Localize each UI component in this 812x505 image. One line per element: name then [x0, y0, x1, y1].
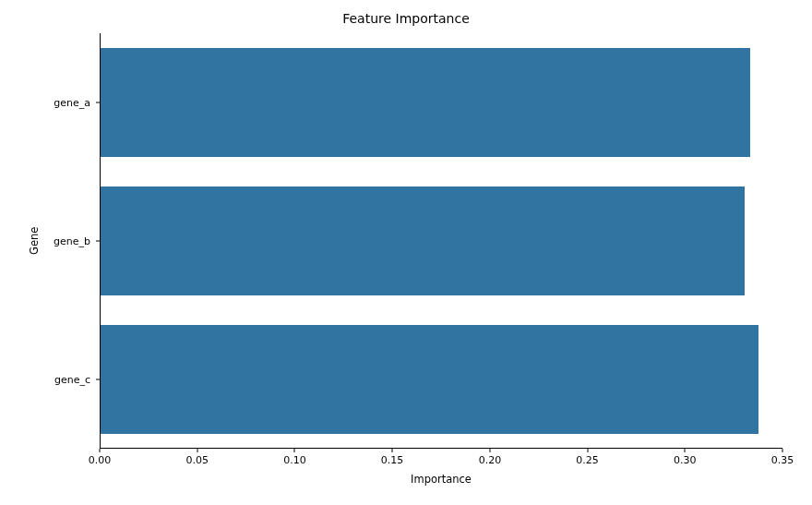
- ytick-label-gene-c: gene_c: [54, 374, 90, 386]
- xtick-label-1: 0.05: [185, 454, 209, 466]
- xtick-mark: [294, 449, 295, 452]
- xtick-label-0: 0.00: [89, 454, 112, 466]
- xtick-label-7: 0.35: [771, 454, 794, 466]
- xtick-mark: [685, 449, 686, 452]
- plot-area: [100, 33, 782, 449]
- bar-gene-a: [101, 48, 750, 157]
- xtick-label-4: 0.20: [479, 454, 502, 466]
- xtick-label-3: 0.15: [381, 454, 404, 466]
- bar-gene-c: [101, 325, 758, 434]
- x-axis-label: Importance: [100, 473, 782, 486]
- xtick-label-6: 0.30: [674, 454, 697, 466]
- ytick-label-gene-a: gene_a: [54, 97, 90, 109]
- xtick-mark: [392, 449, 393, 452]
- xtick-mark: [197, 449, 197, 452]
- xtick-label-2: 0.10: [283, 454, 306, 466]
- ytick-mark: [96, 241, 100, 242]
- ytick-mark: [96, 379, 100, 380]
- bar-gene-b: [101, 186, 745, 295]
- y-axis-label: Gene: [28, 33, 41, 449]
- ytick-mark: [96, 102, 100, 103]
- xtick-label-5: 0.25: [576, 454, 599, 466]
- chart-title: Feature Importance: [0, 11, 812, 26]
- xtick-mark: [100, 449, 101, 452]
- ytick-label-gene-b: gene_b: [54, 235, 90, 247]
- bar-chart: Feature Importance Gene gene_a gene_b ge…: [0, 0, 812, 505]
- xtick-mark: [782, 449, 783, 452]
- xtick-mark: [587, 449, 588, 452]
- xtick-mark: [489, 449, 490, 452]
